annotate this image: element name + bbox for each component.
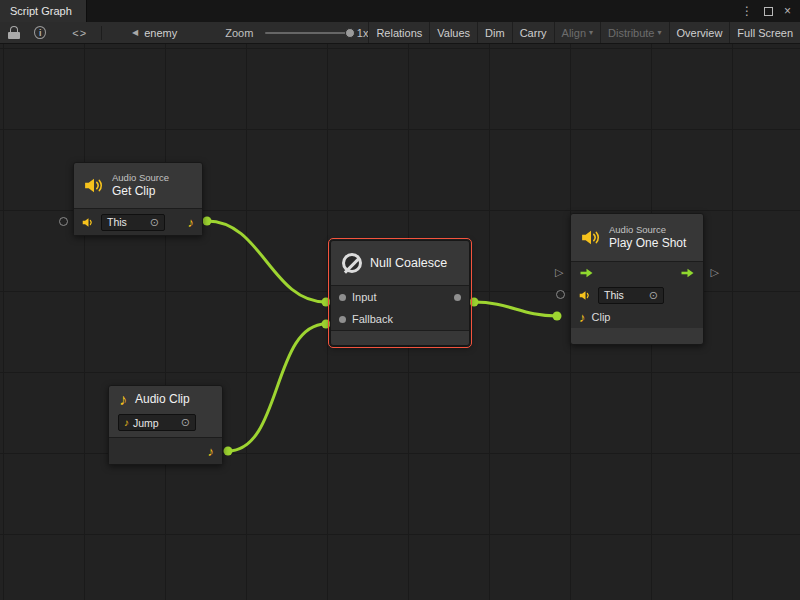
- maximize-icon[interactable]: [764, 7, 773, 16]
- wire-getclip-to-input[interactable]: [203, 217, 331, 307]
- info-icon[interactable]: i: [34, 26, 46, 39]
- play-one-shot-header[interactable]: Audio Source Play One Shot: [571, 214, 703, 261]
- get-clip-target-port[interactable]: [59, 217, 68, 226]
- audio-clip-title: Audio Clip: [135, 392, 190, 408]
- input-port[interactable]: [339, 294, 346, 301]
- flow-input-port[interactable]: ▷: [555, 267, 563, 278]
- window-menu-icon[interactable]: ⋮: [741, 5, 753, 17]
- play-one-shot-category: Audio Source: [609, 224, 686, 236]
- get-clip-category: Audio Source: [112, 172, 169, 184]
- play-one-shot-target-port[interactable]: [556, 290, 565, 299]
- audio-source-icon: [84, 177, 104, 194]
- zoom-slider-handle[interactable]: [345, 28, 355, 38]
- zoom-slider-track[interactable]: [265, 32, 348, 34]
- script-graph-window: Script Graph ⋮ × i <> ◀ enemy Zoom 1x Re…: [0, 0, 800, 600]
- zoom-value: 1x: [357, 27, 369, 39]
- null-coalesce-icon: [342, 253, 362, 273]
- tab-bar-spacer: [87, 0, 732, 22]
- lock-icon[interactable]: [8, 26, 19, 40]
- values-button[interactable]: Values: [429, 22, 477, 43]
- full-screen-button[interactable]: Full Screen: [729, 22, 800, 43]
- play-one-shot-title: Play One Shot: [609, 236, 686, 252]
- get-clip-target-field[interactable]: This ⊙: [101, 214, 165, 231]
- toolbar-separator: [101, 26, 102, 40]
- audio-source-icon: [581, 229, 601, 246]
- play-one-shot-target-value: This: [604, 289, 624, 301]
- node-null-coalesce[interactable]: Null Coalesce Input Fallback: [330, 240, 470, 346]
- audio-clip-output-port[interactable]: ♪: [208, 445, 215, 458]
- clip-field-icon: ♪: [124, 418, 129, 428]
- audio-clip-value-field[interactable]: ♪ Jump ⊙: [118, 414, 196, 431]
- speaker-icon: [82, 217, 95, 228]
- null-coalesce-header[interactable]: Null Coalesce: [331, 241, 469, 285]
- wire-audioclip-to-fallback[interactable]: [224, 320, 331, 456]
- distribute-button[interactable]: Distribute ▾: [600, 22, 668, 43]
- relations-button[interactable]: Relations: [368, 22, 429, 43]
- play-one-shot-target-field[interactable]: This ⊙: [598, 287, 664, 304]
- clip-port-label: Clip: [592, 311, 611, 323]
- get-clip-target-value: This: [107, 216, 127, 228]
- graph-toolbar: i <> ◀ enemy Zoom 1x Relations Values Di…: [0, 22, 800, 44]
- overview-button[interactable]: Overview: [669, 22, 730, 43]
- object-picker-icon[interactable]: ⊙: [649, 289, 658, 302]
- toolbar-buttons: Relations Values Dim Carry Align ▾ Distr…: [368, 22, 800, 43]
- flow-output-port[interactable]: ▷: [711, 267, 719, 278]
- distribute-caret-icon: ▾: [658, 28, 662, 37]
- node-play-one-shot[interactable]: Audio Source Play One Shot: [570, 213, 704, 345]
- get-clip-title: Get Clip: [112, 184, 169, 200]
- carry-button[interactable]: Carry: [512, 22, 554, 43]
- graph-name: enemy: [144, 27, 177, 39]
- audio-clip-value: Jump: [133, 417, 159, 429]
- audio-clip-header[interactable]: ♪ Audio Clip: [109, 386, 222, 414]
- fallback-port-label: Fallback: [352, 313, 393, 325]
- zoom-label: Zoom: [225, 27, 253, 39]
- align-caret-icon: ▾: [589, 28, 593, 37]
- node-footer: [331, 331, 469, 341]
- object-picker-icon[interactable]: ⊙: [150, 216, 159, 229]
- tab-script-graph[interactable]: Script Graph: [0, 0, 87, 22]
- close-icon[interactable]: ×: [784, 5, 791, 17]
- get-clip-output-port[interactable]: ♪: [188, 216, 195, 229]
- audio-clip-icon: ♪: [119, 392, 127, 408]
- lock-body: [8, 32, 20, 39]
- fallback-port[interactable]: [339, 316, 346, 323]
- breadcrumb-arrow-icon: ◀: [132, 28, 138, 37]
- node-audio-clip[interactable]: ♪ Audio Clip ♪ Jump ⊙ ♪: [108, 385, 223, 465]
- code-icon[interactable]: <>: [72, 27, 87, 39]
- flow-output-arrow-icon[interactable]: [680, 268, 695, 278]
- node-footer: [571, 328, 703, 344]
- wire-coalesce-to-clip[interactable]: [470, 298, 562, 321]
- dim-button[interactable]: Dim: [477, 22, 512, 43]
- zoom-slider[interactable]: [265, 26, 348, 40]
- flow-input-arrow-icon[interactable]: [579, 268, 594, 278]
- null-coalesce-title: Null Coalesce: [370, 255, 447, 271]
- input-port-label: Input: [352, 291, 376, 303]
- speaker-icon: [579, 290, 592, 301]
- tab-title: Script Graph: [10, 5, 72, 17]
- get-clip-header[interactable]: Audio Source Get Clip: [74, 163, 202, 208]
- tab-bar: Script Graph ⋮ ×: [0, 0, 800, 22]
- align-button[interactable]: Align ▾: [554, 22, 600, 43]
- clip-port-icon[interactable]: ♪: [579, 311, 586, 324]
- graph-breadcrumb[interactable]: ◀ enemy: [132, 27, 177, 39]
- node-get-clip[interactable]: Audio Source Get Clip This ⊙ ♪: [73, 162, 203, 236]
- result-port[interactable]: [454, 294, 461, 301]
- graph-canvas[interactable]: Audio Source Get Clip This ⊙ ♪: [0, 44, 800, 600]
- object-picker-icon[interactable]: ⊙: [181, 416, 190, 429]
